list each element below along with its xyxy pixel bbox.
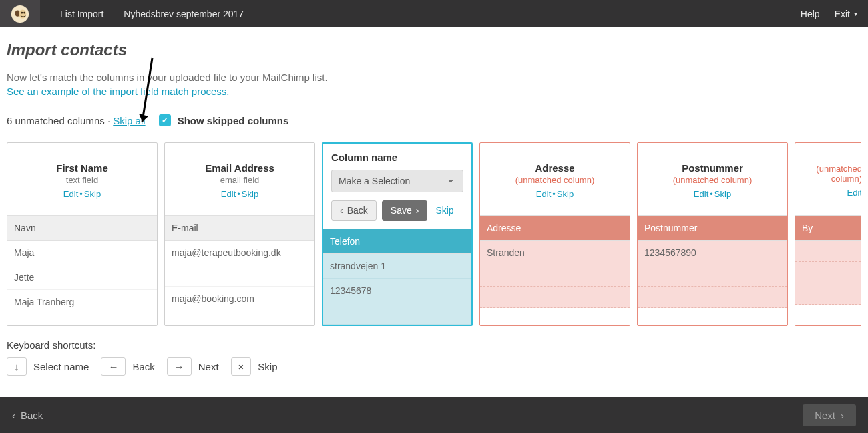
unmatched-count: 6 unmatched columns [7, 115, 105, 126]
page-title: Import contacts [7, 41, 861, 59]
unmatched-label: (unmatched column) [515, 175, 595, 185]
column-type: email field [220, 175, 260, 185]
shortcut-skip-label: Skip [258, 361, 277, 372]
table-cell [795, 262, 861, 283]
table-cell: strandvejen 1 [323, 254, 471, 279]
edit-link[interactable]: Edit [63, 189, 78, 199]
column-first-name: First Name text field Edit•Skip Navn Maj… [7, 142, 158, 326]
table-cell [795, 283, 861, 305]
column-postnummer: Postnummer (unmatched column) Edit•Skip … [637, 142, 788, 326]
chevron-right-icon: › [841, 410, 844, 421]
column-name-label: Column name [331, 152, 463, 163]
skip-link[interactable]: Skip [242, 189, 258, 199]
x-key-icon: × [231, 357, 252, 376]
save-button[interactable]: Save › [382, 200, 428, 221]
show-skipped-toggle[interactable]: ✓ Show skipped columns [159, 114, 289, 126]
chevron-right-icon: › [416, 205, 419, 216]
shortcuts-label: Keyboard shortcuts: [7, 339, 95, 351]
show-skipped-label: Show skipped columns [178, 115, 289, 126]
edit-link[interactable]: Edit [694, 189, 708, 199]
back-button[interactable]: ‹ Back [331, 200, 377, 221]
table-cell [480, 265, 630, 287]
table-cell [480, 287, 630, 308]
source-header: E-mail [165, 215, 314, 241]
help-link[interactable]: Help [801, 9, 820, 19]
shortcut-select: ↓ Select name [7, 357, 89, 376]
source-header: Postnummer [638, 215, 787, 241]
column-name-select[interactable]: Make a Selection [331, 170, 463, 192]
shortcut-back-label: Back [132, 361, 154, 372]
table-cell: Maja [7, 241, 157, 265]
down-arrow-key-icon: ↓ [7, 357, 27, 376]
column-active: Column name Make a Selection ‹ Back Save… [322, 142, 473, 326]
source-header: Telefon [323, 229, 471, 254]
edit-link[interactable]: Edit [221, 189, 236, 199]
chevron-left-icon: ‹ [12, 410, 15, 421]
mailchimp-logo[interactable] [0, 0, 40, 27]
table-cell: maja@booking.com [165, 287, 314, 311]
shortcut-next-label: Next [198, 361, 219, 372]
footer-next-button[interactable]: Next › [803, 404, 856, 426]
chevron-left-icon: ‹ [340, 205, 343, 216]
shortcut-select-label: Select name [33, 361, 89, 372]
unmatched-status: 6 unmatched columns · Skip all [7, 115, 146, 126]
svg-point-4 [23, 11, 25, 13]
column-type: text field [66, 175, 98, 185]
svg-point-3 [21, 11, 23, 13]
column-by-partial: (unmatched column) Edit By [795, 142, 861, 326]
source-header: Adresse [480, 215, 630, 241]
left-arrow-key-icon: ← [101, 357, 126, 376]
skip-link[interactable]: Skip [557, 189, 574, 199]
skip-column-link[interactable]: Skip [435, 205, 453, 216]
shortcut-next: → Next [167, 357, 219, 376]
footer-back-button[interactable]: ‹ Back [12, 410, 43, 421]
topbar: List Import Nyhedsbrev september 2017 He… [0, 0, 868, 27]
table-cell [323, 303, 471, 325]
table-cell: Maja Tranberg [7, 290, 157, 314]
exit-label: Exit [835, 9, 850, 19]
table-cell: maja@terapeutbooking.dk [165, 241, 314, 265]
unmatched-label: (unmatched column) [673, 175, 752, 185]
checkbox-checked-icon: ✓ [159, 114, 171, 126]
unmatched-label: (unmatched column) [802, 164, 861, 184]
shortcut-skip: × Skip [231, 357, 278, 376]
column-title: Postnummer [682, 162, 743, 174]
column-adresse: Adresse (unmatched column) Edit•Skip Adr… [479, 142, 630, 326]
shortcut-back: ← Back [101, 357, 154, 376]
table-cell: 1234567890 [638, 241, 787, 265]
skip-link[interactable]: Skip [714, 189, 731, 199]
chevron-down-icon: ▾ [854, 10, 857, 17]
column-title: First Name [56, 162, 108, 174]
lead-text: Now let's match the columns in your uplo… [7, 71, 861, 83]
source-header: Navn [7, 215, 157, 241]
save-label: Save [391, 205, 412, 216]
footer-next-label: Next [815, 410, 835, 421]
main-content: Import contacts Now let's match the colu… [0, 27, 868, 382]
columns-container: First Name text field Edit•Skip Navn Maj… [7, 142, 861, 326]
column-title: Adresse [535, 162, 574, 174]
footer-back-label: Back [21, 410, 43, 421]
table-cell [165, 265, 314, 287]
breadcrumb-list-import[interactable]: List Import [60, 9, 103, 19]
edit-link[interactable]: Edit [847, 188, 861, 198]
exit-menu[interactable]: Exit ▾ [835, 9, 857, 19]
table-cell: Stranden [480, 241, 630, 265]
keyboard-shortcuts: Keyboard shortcuts: [7, 339, 861, 351]
table-cell: 12345678 [323, 279, 471, 303]
mailchimp-icon [10, 4, 30, 24]
skip-all-link[interactable]: Skip all [113, 115, 145, 126]
table-cell [795, 241, 861, 262]
edit-link[interactable]: Edit [536, 189, 551, 199]
source-header: By [795, 215, 861, 241]
table-cell [638, 287, 787, 308]
table-cell: Jette [7, 265, 157, 290]
footer-bar: ‹ Back Next › [0, 397, 868, 433]
column-title: Email Address [205, 162, 274, 174]
table-cell [638, 265, 787, 287]
skip-link[interactable]: Skip [84, 189, 101, 199]
right-arrow-key-icon: → [167, 357, 192, 376]
breadcrumb-campaign[interactable]: Nyhedsbrev september 2017 [124, 9, 244, 19]
column-email-address: Email Address email field Edit•Skip E-ma… [164, 142, 315, 326]
example-link[interactable]: See an example of the import field match… [7, 86, 230, 97]
back-label: Back [347, 205, 368, 216]
